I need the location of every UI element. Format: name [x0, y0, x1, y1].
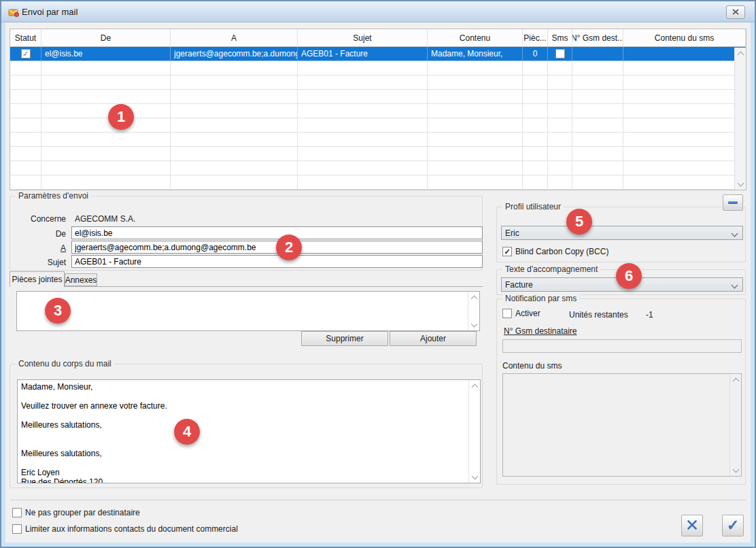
- table-cell: [623, 161, 746, 175]
- supprimer-button[interactable]: Supprimer: [301, 331, 388, 346]
- table-cell: [171, 147, 298, 161]
- table-cell: [548, 133, 572, 147]
- close-button[interactable]: [726, 5, 745, 19]
- activer-checkbox-row[interactable]: Activer: [502, 309, 540, 318]
- table-cell: [10, 175, 41, 190]
- table-cell: [298, 61, 428, 75]
- table-cell: [10, 75, 41, 90]
- column-header-statut[interactable]: Statut: [10, 29, 41, 47]
- statut-checkbox[interactable]: ✓: [21, 49, 31, 58]
- table-cell: [623, 75, 746, 90]
- table-cell-pieces: 0: [523, 47, 548, 61]
- sms-checkbox[interactable]: [555, 49, 565, 58]
- table-row[interactable]: [10, 90, 746, 104]
- scroll-up-icon[interactable]: [468, 293, 479, 304]
- mail-body-scrollbar[interactable]: [468, 380, 480, 483]
- table-cell: [171, 133, 298, 147]
- table-cell: [428, 161, 523, 175]
- scroll-up-icon[interactable]: [469, 381, 480, 392]
- mail-body-box: Madame, Monsieur, Veuillez trouver en an…: [17, 379, 481, 483]
- attachments-list[interactable]: [16, 291, 480, 331]
- activer-label: Activer: [515, 309, 540, 318]
- column-header-contenu-sms[interactable]: Contenu du sms: [623, 29, 746, 47]
- minus-icon: [728, 201, 738, 204]
- table-cell: [298, 175, 428, 190]
- column-header-pieces[interactable]: Pièc...: [523, 29, 548, 47]
- unites-restantes-value: -1: [646, 310, 653, 320]
- activer-checkbox[interactable]: [502, 309, 512, 318]
- table-row[interactable]: [10, 75, 746, 90]
- table-row-selected[interactable]: ✓ el@isis.be jgeraerts@agecomm.be;a.dumo…: [10, 47, 746, 61]
- contenu-sms-box: [502, 373, 742, 477]
- attachments-scrollbar[interactable]: [468, 292, 479, 330]
- table-cell: [428, 90, 523, 104]
- titlebar[interactable]: Envoi par mail: [1, 1, 755, 22]
- table-cell: [623, 104, 746, 118]
- column-header-de[interactable]: De: [41, 29, 171, 47]
- mail-body-textarea[interactable]: Madame, Monsieur, Veuillez trouver en an…: [18, 380, 468, 483]
- bcc-label: Blind Carbon Copy (BCC): [515, 247, 608, 256]
- table-cell: [572, 61, 623, 75]
- annotation-badge-4: 4: [174, 419, 200, 445]
- grouper-checkbox[interactable]: [12, 508, 22, 517]
- column-header-sms[interactable]: Sms: [548, 29, 572, 47]
- grouper-label: Ne pas grouper par destinataire: [25, 508, 140, 517]
- contenu-sms-textarea: [503, 374, 729, 476]
- ajouter-button[interactable]: Ajouter: [390, 331, 477, 346]
- scroll-down-icon[interactable]: [735, 177, 746, 188]
- table-row[interactable]: [10, 61, 746, 75]
- table-cell: [572, 133, 623, 147]
- cancel-button[interactable]: [681, 515, 703, 536]
- table-cell: [572, 161, 623, 175]
- table-cell: [298, 161, 428, 175]
- table-cell: [623, 61, 746, 75]
- table-cell: [41, 61, 171, 75]
- table-cell: [41, 90, 171, 104]
- table-cell: [171, 61, 298, 75]
- scroll-down-icon: [730, 464, 741, 475]
- grouper-checkbox-row[interactable]: Ne pas grouper par destinataire: [12, 508, 140, 517]
- tab-annexes[interactable]: Annexes: [65, 273, 97, 286]
- table-cell: [298, 90, 428, 104]
- table-scrollbar[interactable]: [734, 48, 746, 190]
- table-cell: [548, 175, 572, 190]
- table-cell: [41, 75, 171, 90]
- table-cell: [523, 90, 548, 104]
- column-header-sujet[interactable]: Sujet: [298, 29, 428, 47]
- limiter-checkbox-row[interactable]: Limiter aux informations contacts du doc…: [12, 524, 238, 534]
- table-cell: [10, 147, 41, 161]
- table-row[interactable]: [10, 133, 746, 147]
- column-header-gsm[interactable]: N° Gsm dest...: [572, 29, 623, 47]
- table-cell: [623, 118, 746, 133]
- tab-pieces-jointes[interactable]: Pièces jointes: [10, 271, 65, 287]
- profil-utilisateur-select[interactable]: Eric: [501, 226, 743, 240]
- bcc-checkbox[interactable]: ✓: [502, 247, 512, 256]
- bcc-checkbox-row[interactable]: ✓ Blind Carbon Copy (BCC): [502, 247, 608, 256]
- table-row[interactable]: [10, 161, 746, 175]
- scroll-up-icon[interactable]: [735, 49, 746, 60]
- profil-utilisateur-title: Profil utilisateur: [502, 202, 564, 211]
- confirm-button[interactable]: ✓: [722, 515, 744, 536]
- de-input[interactable]: [71, 226, 483, 239]
- table-cell: [171, 90, 298, 104]
- scroll-down-icon[interactable]: [469, 470, 480, 481]
- limiter-checkbox[interactable]: [12, 524, 22, 534]
- gsm-destinataire-label[interactable]: N° Gsm destinataire: [504, 326, 577, 336]
- contenu-sms-label: Contenu du sms: [502, 361, 562, 371]
- table-cell: [548, 118, 572, 133]
- table-cell: [41, 175, 171, 190]
- column-header-a[interactable]: A: [171, 29, 298, 47]
- table-row[interactable]: [10, 147, 746, 161]
- table-cell: [171, 161, 298, 175]
- column-header-contenu[interactable]: Contenu: [428, 29, 523, 47]
- limiter-label: Limiter aux informations contacts du doc…: [25, 524, 238, 534]
- scroll-down-icon[interactable]: [468, 318, 479, 329]
- table-row[interactable]: [10, 175, 746, 190]
- annotation-badge-6: 6: [616, 263, 642, 289]
- confirm-check-icon: ✓: [727, 517, 739, 534]
- footer-divider: [10, 500, 746, 500]
- table-cell: [428, 147, 523, 161]
- sujet-input[interactable]: [71, 255, 483, 268]
- table-cell: [523, 133, 548, 147]
- a-label[interactable]: A: [14, 243, 66, 253]
